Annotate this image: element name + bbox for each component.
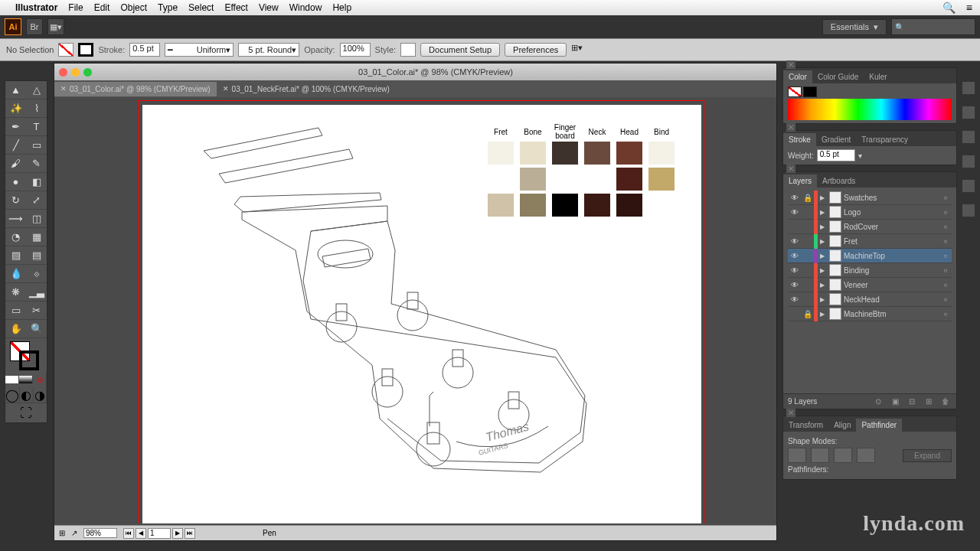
tab-transform[interactable]: Transform [783,419,828,432]
layer-name[interactable]: Swatches [844,194,939,202]
tab-layers[interactable]: Layers [783,174,817,187]
layer-row[interactable]: 🔒▶MachineBtm○ [788,307,952,321]
layer-row[interactable]: ▶RodCover○ [788,220,952,234]
delete-layer-icon[interactable]: 🗑 [939,397,952,406]
visibility-toggle[interactable]: 👁 [788,295,802,304]
align-options[interactable]: ⊞▾ [571,43,586,57]
disclosure-icon[interactable]: ▶ [818,253,827,259]
stroke-swatch[interactable] [78,43,93,57]
tab-align[interactable]: Align [828,419,856,432]
draw-behind[interactable]: ◐ [20,387,34,403]
close-window-button[interactable] [59,68,67,77]
target-icon[interactable]: ○ [939,282,952,289]
fill-swatch[interactable] [58,43,74,57]
close-icon[interactable]: ✕ [223,85,229,93]
tab-transparency[interactable]: Transparency [856,133,913,146]
arrange-button[interactable]: ▦▾ [47,18,64,35]
tab-stroke[interactable]: Stroke [783,133,816,146]
blob-brush-tool[interactable]: ● [5,173,26,191]
paintbrush-tool[interactable]: 🖌 [5,155,26,173]
tab-kuler[interactable]: Kuler [864,70,892,83]
disclosure-icon[interactable]: ▶ [818,223,827,230]
weight-dropdown-icon[interactable]: ▾ [858,152,862,160]
bridge-button[interactable]: Br [26,18,43,35]
stroke-box[interactable] [19,350,39,370]
lasso-tool[interactable]: ⌇ [26,99,47,118]
doc-tab-0[interactable]: ✕03_01_Color.ai* @ 98% (CMYK/Preview) [54,82,217,96]
target-icon[interactable]: ○ [939,311,952,318]
visibility-toggle[interactable]: 👁 [788,252,802,260]
direct-selection-tool[interactable]: △ [26,81,47,99]
blend-tool[interactable]: ⟐ [26,265,47,283]
line-tool[interactable]: ╱ [5,136,26,155]
artboard-tool[interactable]: ▭ [5,302,26,320]
panel-icon[interactable] [962,204,975,217]
close-icon[interactable]: ✕ [786,123,795,132]
layer-row[interactable]: 👁▶MachineTop○ [788,249,952,263]
panel-fill-swatch[interactable] [788,86,802,97]
disclosure-icon[interactable]: ▶ [818,194,827,201]
stroke-weight-field[interactable]: 0.5 pt [129,43,160,57]
layer-row[interactable]: 👁▶Fret○ [788,234,952,249]
color-mode-btn[interactable] [5,376,19,383]
layer-name[interactable]: Fret [844,237,939,246]
shape-builder-tool[interactable]: ◔ [5,228,26,246]
draw-inside[interactable]: ◑ [34,387,47,403]
window-titlebar[interactable]: 03_01_Color.ai* @ 98% (CMYK/Preview) [54,64,776,80]
fill-stroke-indicator[interactable] [5,338,47,372]
new-layer-icon[interactable]: ⊞ [923,397,935,406]
panel-icon[interactable] [962,130,975,144]
panel-icon[interactable] [962,81,975,95]
lock-toggle[interactable]: 🔒 [802,310,814,318]
workspace-switcher[interactable]: Essentials▾ [822,19,887,35]
disclosure-icon[interactable]: ▶ [818,238,827,245]
target-icon[interactable]: ○ [939,223,952,230]
zoom-field[interactable]: 98% [83,528,117,538]
selection-tool[interactable]: ▲ [5,81,26,99]
layer-row[interactable]: 👁▶NeckHead○ [788,292,952,307]
new-sublayer-icon[interactable]: ⊟ [906,397,918,406]
menu-file[interactable]: File [68,2,83,13]
spotlight-icon[interactable]: 🔍 [942,2,956,14]
rotate-tool[interactable]: ↻ [5,191,26,210]
minus-front-button[interactable] [811,448,829,463]
layer-name[interactable]: Logo [844,208,939,217]
stroke-weight-field[interactable]: 0.5 pt [817,149,855,161]
layer-name[interactable]: MachineBtm [844,310,939,318]
tab-color-guide[interactable]: Color Guide [812,70,864,83]
menu-extras-icon[interactable]: ≡ [966,2,972,14]
layer-name[interactable]: RodCover [844,223,939,231]
artboard-number[interactable]: 1 [148,528,171,539]
export-icon[interactable]: ↗ [71,529,77,537]
expand-button[interactable]: Expand [903,449,952,462]
layer-row[interactable]: 👁▶Veneer○ [788,278,952,292]
menu-view[interactable]: View [259,2,279,13]
panel-icon[interactable] [962,106,975,119]
last-artboard-button[interactable]: ⏭ [185,528,195,539]
disclosure-icon[interactable]: ▶ [818,282,827,289]
target-icon[interactable]: ○ [939,238,952,245]
perspective-grid-tool[interactable]: ▦ [26,228,47,246]
menu-effect[interactable]: Effect [224,2,247,13]
target-icon[interactable]: ○ [939,267,952,274]
style-swatch[interactable] [400,43,416,57]
visibility-toggle[interactable]: 👁 [788,237,802,246]
exclude-button[interactable] [857,448,875,463]
target-icon[interactable]: ○ [939,253,952,259]
visibility-toggle[interactable]: 👁 [788,281,802,289]
layer-row[interactable]: 👁▶Logo○ [788,205,952,220]
visibility-toggle[interactable]: 👁 [788,194,802,202]
type-tool[interactable]: T [26,118,47,136]
close-icon[interactable]: ✕ [786,409,795,417]
document-setup-button[interactable]: Document Setup [420,43,500,57]
pen-tool[interactable]: ✒ [5,118,26,136]
disclosure-icon[interactable]: ▶ [818,296,827,303]
scale-tool[interactable]: ⤢ [26,191,47,210]
zoom-tool[interactable]: 🔍 [26,320,47,338]
layer-name[interactable]: NeckHead [844,295,939,304]
eyedropper-tool[interactable]: 💧 [5,265,26,283]
visibility-toggle[interactable]: 👁 [788,208,802,217]
make-clipping-icon[interactable]: ▣ [889,397,901,406]
close-icon[interactable]: ✕ [60,85,67,93]
visibility-toggle[interactable]: 👁 [788,266,802,275]
